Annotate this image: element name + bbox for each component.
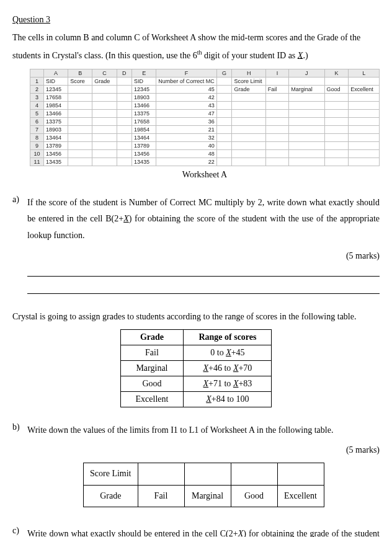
part-a-marks: (5 marks) — [27, 248, 380, 265]
part-b-label: b) — [12, 422, 27, 511]
part-b: b) Write down the values of the limits f… — [12, 422, 380, 511]
range-section: Crystal is going to assign grades to stu… — [12, 309, 380, 407]
limits-table: Score LimitGradeFailMarginalGoodExcellen… — [83, 463, 324, 507]
part-a-label: a) — [12, 195, 27, 294]
range-intro: Crystal is going to assign grades to stu… — [12, 309, 380, 326]
intro-line2-mid: digit of your student ID as — [202, 50, 297, 60]
part-c-text1: Write down what exactly should be entere… — [27, 529, 238, 537]
intro-text: The cells in column B and column C of Wo… — [12, 30, 380, 64]
part-b-marks: (5 marks) — [27, 442, 380, 459]
intro-line2-prefix: in Crystal's class. (In this question, u… — [43, 50, 197, 60]
part-c-label: c) — [12, 526, 27, 537]
answer-line — [27, 293, 380, 294]
worksheet-a: ABCDEFGHIJKL1SIDScoreGradeSIDNumber of C… — [30, 69, 380, 180]
part-c: c) Write down what exactly should be ent… — [12, 526, 380, 537]
part-a-var: X — [123, 214, 129, 223]
part-b-text: Write down the values of the limits from… — [27, 425, 333, 435]
part-c-var: X — [238, 529, 244, 537]
intro-line2-suffix: .) — [303, 50, 308, 60]
answer-line — [27, 275, 380, 277]
grade-range-table: GradeRange of scoresFail0 to X+45Margina… — [120, 329, 272, 407]
part-a: a) If the score of the student is Number… — [12, 195, 380, 294]
worksheet-caption: Worksheet A — [30, 170, 380, 180]
question-title: Question 3 — [12, 15, 380, 25]
